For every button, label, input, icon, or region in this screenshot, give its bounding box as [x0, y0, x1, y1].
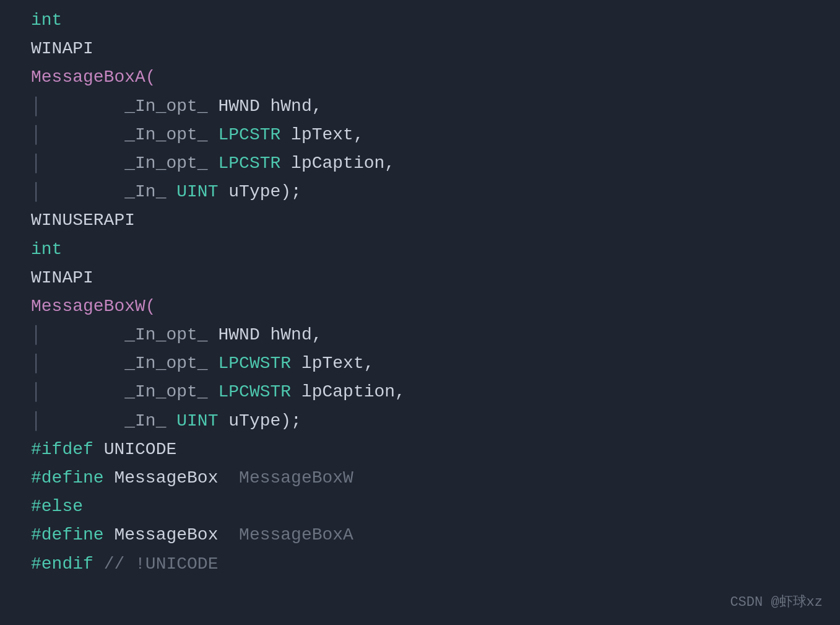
- param-hwnd: hWnd,: [260, 97, 323, 116]
- hwnd-type: HWND: [218, 97, 259, 116]
- uint-type-w: UINT: [176, 411, 218, 431]
- line-ifdef: #ifdef UNICODE: [31, 435, 840, 464]
- endif-keyword: #endif: [31, 554, 93, 574]
- line-winapi-1: WINAPI: [31, 35, 840, 63]
- line-messageboxa-decl: MessageBoxA(: [31, 63, 840, 92]
- param-lpcaption-a: lpCaption,: [280, 154, 395, 173]
- line-else: #else: [31, 492, 840, 521]
- endif-comment: // !UNICODE: [93, 554, 219, 574]
- line-partial-int: int: [31, 6, 840, 35]
- paren-open-w: (: [145, 297, 156, 316]
- annot: _In_: [124, 182, 166, 201]
- lpcstr-type-1: LPCSTR: [218, 125, 280, 144]
- else-keyword: #else: [31, 497, 83, 516]
- lpcwstr-type-2: LPCWSTR: [218, 382, 291, 401]
- macro-messageboxa: MessageBoxA: [218, 525, 353, 544]
- line-winapi-2: WINAPI: [31, 264, 840, 292]
- watermark: CSDN @虾球xz: [730, 592, 823, 614]
- fn-messageboxa: MessageBoxA: [31, 68, 145, 87]
- param-lptext-a: lpText,: [280, 125, 363, 144]
- hwnd-type-w: HWND: [218, 325, 259, 344]
- param-lpcaption-w: lpCaption,: [291, 382, 405, 401]
- vbar: │: [31, 411, 41, 431]
- winuserapi-keyword: WINUSERAPI: [31, 211, 135, 230]
- code-viewer: int WINAPI MessageBoxA( │ _In_opt_ HWND …: [0, 0, 840, 625]
- line-param-a-2: │ _In_opt_ LPCSTR lpText,: [31, 121, 840, 149]
- define-keyword-1: #define: [31, 468, 104, 487]
- vbar: │: [31, 154, 41, 173]
- line-define-a: #define MessageBox MessageBoxA: [31, 521, 840, 549]
- line-param-a-1: │ _In_opt_ HWND hWnd,: [31, 92, 840, 121]
- annot: _In_opt_: [124, 382, 207, 401]
- macro-messagebox-1: MessageBox: [104, 468, 219, 487]
- annot: _In_opt_: [124, 325, 207, 344]
- vbar: │: [31, 182, 41, 201]
- line-param-a-3: │ _In_opt_ LPCSTR lpCaption,: [31, 149, 840, 178]
- uint-type-a: UINT: [176, 182, 218, 201]
- annot: _In_opt_: [124, 354, 207, 373]
- unicode-value: UNICODE: [93, 440, 176, 459]
- winapi-keyword-2: WINAPI: [31, 268, 93, 287]
- line-winuserapi: WINUSERAPI: [31, 206, 840, 235]
- param-utype-w: uType);: [218, 411, 301, 431]
- line-param-w-1: │ _In_opt_ HWND hWnd,: [31, 321, 840, 349]
- line-param-w-3: │ _In_opt_ LPCWSTR lpCaption,: [31, 378, 840, 406]
- paren-open-a: (: [145, 68, 156, 87]
- line-int: int: [31, 235, 840, 264]
- annot: _In_opt_: [124, 154, 207, 173]
- line-define-w: #define MessageBox MessageBoxW: [31, 464, 840, 492]
- param-utype-a: uType);: [218, 182, 301, 201]
- annot: _In_: [124, 411, 166, 431]
- macro-messagebox-2: MessageBox: [104, 525, 219, 544]
- vbar: │: [31, 382, 41, 401]
- line-param-w-2: │ _In_opt_ LPCWSTR lpText,: [31, 349, 840, 378]
- macro-messageboxw: MessageBoxW: [218, 468, 353, 487]
- line-param-a-4: │ _In_ UINT uType);: [31, 178, 840, 206]
- int-keyword: int: [31, 240, 62, 259]
- line-endif: #endif // !UNICODE: [31, 550, 840, 579]
- lpcstr-type-2: LPCSTR: [218, 154, 280, 173]
- line-messageboxw-decl: MessageBoxW(: [31, 292, 840, 321]
- vbar: │: [31, 97, 41, 116]
- fn-messageboxw: MessageBoxW: [31, 297, 145, 316]
- lpcwstr-type-1: LPCWSTR: [218, 354, 291, 373]
- param-lptext-w: lpText,: [291, 354, 374, 373]
- define-keyword-2: #define: [31, 525, 104, 544]
- line-param-w-4: │ _In_ UINT uType);: [31, 407, 840, 435]
- vbar: │: [31, 325, 41, 344]
- vbar: │: [31, 125, 41, 144]
- annot: _In_opt_: [124, 125, 207, 144]
- annot: _In_opt_: [124, 97, 207, 116]
- ifdef-keyword: #ifdef: [31, 440, 93, 459]
- vbar: │: [31, 354, 41, 373]
- winapi-keyword: WINAPI: [31, 39, 93, 58]
- param-hwnd-w: hWnd,: [260, 325, 323, 344]
